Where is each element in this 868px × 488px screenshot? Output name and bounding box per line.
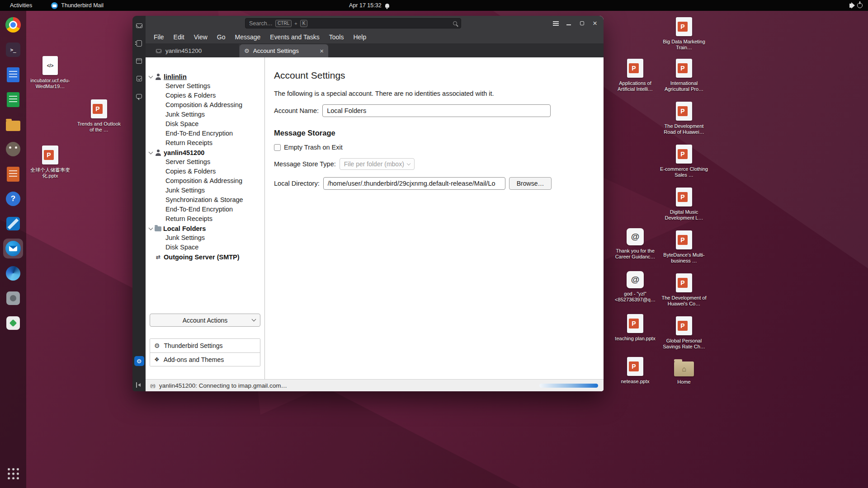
account-row-local-folders[interactable]: Local Folders — [149, 224, 264, 233]
chevron-down-icon[interactable] — [149, 150, 153, 154]
minimize-button[interactable] — [564, 19, 574, 28]
desktop-icon[interactable]: Applications of Artificial Intelli… — [611, 59, 659, 92]
system-tray[interactable] — [849, 3, 863, 8]
settings-space-button[interactable]: ⚙ — [134, 356, 144, 366]
chat-space-button[interactable] — [135, 92, 143, 100]
tree-item-junk[interactable]: Junk Settings — [149, 186, 264, 195]
empty-trash-checkbox[interactable] — [274, 144, 281, 151]
desktop-icon[interactable]: Home — [660, 358, 708, 385]
desktop-icon[interactable]: Trends and Outlook of the … — [75, 99, 123, 133]
dock-software[interactable] — [3, 313, 23, 333]
tab-close-icon[interactable]: × — [320, 47, 324, 54]
menu-message[interactable]: Message — [230, 32, 265, 42]
search-input[interactable]: Search… CTRL + K — [245, 18, 461, 28]
desktop-icon[interactable]: Big Data Marketing Train… — [660, 17, 708, 51]
dock-browser[interactable] — [3, 263, 23, 283]
menu-file[interactable]: File — [149, 32, 169, 42]
local-directory-field[interactable] — [323, 177, 505, 190]
dock-terminal[interactable] — [3, 40, 23, 60]
menu-view[interactable]: View — [189, 32, 212, 42]
desktop-icon[interactable]: Digital Music Development L… — [660, 188, 708, 221]
account-row-yanlin451200[interactable]: yanlin451200 — [149, 148, 264, 157]
addressbook-space-button[interactable] — [135, 39, 143, 47]
desktop-icon[interactable]: Thank you for the Career Guidanc… — [611, 228, 659, 260]
thunderbird-settings-button[interactable]: ⚙ Thunderbird Settings — [150, 339, 260, 352]
dock-disks[interactable] — [3, 288, 23, 308]
kbd-k-badge: K — [300, 20, 308, 27]
addons-themes-button[interactable]: ❖ Add-ons and Themes — [150, 352, 260, 366]
maximize-button[interactable] — [577, 19, 587, 28]
menu-go[interactable]: Go — [212, 32, 230, 42]
desktop-icon-label: E-commerce Clothing Sales … — [660, 166, 708, 178]
dock-app-grid[interactable] — [3, 464, 23, 483]
app-grid-icon — [8, 468, 19, 479]
dock-files[interactable] — [3, 114, 23, 134]
tree-item-composition[interactable]: Composition & Addressing — [149, 176, 264, 186]
activities-button[interactable]: Activities — [6, 1, 36, 9]
desktop-icon-label: The Development Road of Huawei… — [660, 123, 708, 135]
account-row-linlinlin[interactable]: linlinlin — [149, 72, 264, 81]
dock-vscode[interactable] — [3, 214, 23, 234]
dock-calc[interactable] — [3, 89, 23, 109]
desktop-icon[interactable]: netease.pptx — [611, 357, 659, 385]
tree-item-return-receipts[interactable]: Return Receipts — [149, 138, 264, 148]
special-account-note: The following is a special account. Ther… — [274, 90, 593, 97]
tab-mail[interactable]: yanlin451200 — [151, 44, 240, 57]
desktop-icon[interactable]: The Development of Huawei's Co… — [660, 273, 708, 307]
desktop-icon[interactable]: International Agricultural Pro… — [660, 59, 708, 92]
menu-tools[interactable]: Tools — [325, 32, 349, 42]
tree-item-junk[interactable]: Junk Settings — [149, 110, 264, 119]
collapse-spaces-button[interactable] — [136, 382, 142, 388]
page-title: Account Settings — [274, 70, 593, 81]
dock-help[interactable] — [3, 189, 23, 209]
close-button[interactable]: × — [590, 19, 600, 28]
tree-item-copies-folders[interactable]: Copies & Folders — [149, 167, 264, 176]
chevron-down-icon[interactable] — [149, 74, 153, 78]
desktop-icon[interactable]: ByteDance's Multi-business … — [660, 230, 708, 264]
code-file-icon — [42, 56, 58, 75]
focused-app-menu[interactable]: Thunderbird Mail — [51, 2, 104, 9]
desktop-icon[interactable]: 全球个人储蓄率变化.pptx — [26, 145, 74, 179]
tree-item-disk-space[interactable]: Disk Space — [149, 243, 264, 252]
tree-item-server-settings[interactable]: Server Settings — [149, 157, 264, 167]
dock-gimp[interactable] — [3, 139, 23, 159]
tree-item-server-settings[interactable]: Server Settings — [149, 81, 264, 91]
menu-events-tasks[interactable]: Events and Tasks — [265, 32, 324, 42]
chevron-down-icon[interactable] — [149, 225, 153, 230]
desktop-icon[interactable]: god - "yzl" <852736397@q… — [611, 271, 659, 303]
desktop-icon[interactable]: The Development Road of Huawei… — [660, 102, 708, 135]
window-titlebar[interactable]: Search… CTRL + K × — [146, 16, 604, 31]
desktop-icon[interactable]: Global Personal Savings Rate Ch… — [660, 316, 708, 350]
tree-item-encryption[interactable]: End-To-End Encryption — [149, 129, 264, 138]
calendar-space-button[interactable] — [135, 57, 143, 65]
search-placeholder: Search… — [249, 20, 273, 27]
account-name-field[interactable] — [322, 104, 551, 117]
dock-writer[interactable] — [3, 65, 23, 84]
tree-item-copies-folders[interactable]: Copies & Folders — [149, 91, 264, 100]
clock-menu[interactable]: Apr 17 15:32 — [349, 2, 389, 9]
tree-item-junk[interactable]: Junk Settings — [149, 233, 264, 243]
menu-edit[interactable]: Edit — [169, 32, 189, 42]
tab-account-settings[interactable]: ⚙ Account Settings × — [240, 44, 328, 57]
desktop-icon[interactable]: incubator.ucf.edu-WedMar19… — [26, 56, 74, 89]
tree-item-disk-space[interactable]: Disk Space — [149, 119, 264, 129]
desktop-icon[interactable]: E-commerce Clothing Sales … — [660, 145, 708, 178]
smtp-row[interactable]: ⇄ Outgoing Server (SMTP) — [149, 252, 264, 262]
tree-item-composition[interactable]: Composition & Addressing — [149, 100, 264, 110]
status-bar: ((•)) yanlin451200: Connecting to imap.g… — [146, 379, 604, 391]
software-center-icon — [6, 316, 20, 330]
tree-item-return-receipts[interactable]: Return Receipts — [149, 214, 264, 224]
store-type-select[interactable]: File per folder (mbox) — [340, 158, 415, 170]
account-actions-button[interactable]: Account Actions — [150, 314, 260, 327]
dock-chrome[interactable] — [3, 15, 23, 35]
app-menu-button[interactable] — [551, 19, 561, 28]
dock-thunderbird[interactable] — [3, 239, 23, 258]
tree-item-encryption[interactable]: End-To-End Encryption — [149, 205, 264, 214]
dock-impress[interactable] — [3, 164, 23, 184]
tree-item-sync-storage[interactable]: Synchronization & Storage — [149, 195, 264, 205]
mail-space-button[interactable] — [135, 22, 143, 30]
tasks-space-button[interactable] — [135, 75, 143, 83]
menu-help[interactable]: Help — [349, 32, 371, 42]
browse-button[interactable]: Browse… — [509, 177, 552, 190]
desktop-icon[interactable]: teaching plan.pptx — [611, 314, 659, 342]
